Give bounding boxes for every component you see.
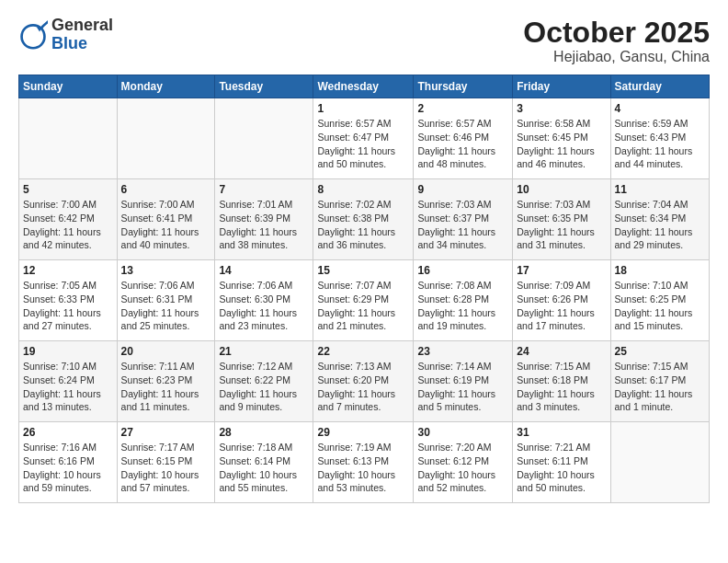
day-number: 6 — [121, 183, 211, 196]
calendar-header-row: SundayMondayTuesdayWednesdayThursdayFrid… — [19, 75, 710, 98]
calendar-week-0: 1Sunrise: 6:57 AM Sunset: 6:47 PM Daylig… — [19, 98, 710, 179]
calendar-cell: 10Sunrise: 7:03 AM Sunset: 6:35 PM Dayli… — [513, 179, 610, 260]
day-detail: Sunrise: 7:16 AM Sunset: 6:16 PM Dayligh… — [23, 441, 113, 495]
day-detail: Sunrise: 7:02 AM Sunset: 6:38 PM Dayligh… — [317, 198, 409, 252]
day-number: 19 — [23, 345, 113, 358]
calendar-week-2: 12Sunrise: 7:05 AM Sunset: 6:33 PM Dayli… — [19, 260, 710, 341]
calendar-cell: 12Sunrise: 7:05 AM Sunset: 6:33 PM Dayli… — [19, 260, 118, 341]
day-number: 12 — [23, 264, 113, 277]
logo-text: General Blue — [51, 17, 113, 53]
calendar-cell: 24Sunrise: 7:15 AM Sunset: 6:18 PM Dayli… — [513, 341, 610, 422]
day-detail: Sunrise: 7:17 AM Sunset: 6:15 PM Dayligh… — [121, 441, 211, 495]
day-detail: Sunrise: 7:04 AM Sunset: 6:34 PM Dayligh… — [615, 198, 705, 252]
calendar-cell: 20Sunrise: 7:11 AM Sunset: 6:23 PM Dayli… — [117, 341, 215, 422]
day-detail: Sunrise: 7:06 AM Sunset: 6:30 PM Dayligh… — [219, 279, 309, 333]
day-detail: Sunrise: 6:57 AM Sunset: 6:46 PM Dayligh… — [417, 117, 508, 171]
calendar-cell: 11Sunrise: 7:04 AM Sunset: 6:34 PM Dayli… — [610, 179, 709, 260]
day-detail: Sunrise: 7:00 AM Sunset: 6:42 PM Dayligh… — [23, 198, 113, 252]
day-detail: Sunrise: 7:06 AM Sunset: 6:31 PM Dayligh… — [121, 279, 211, 333]
day-number: 27 — [121, 426, 211, 439]
logo: General Blue — [18, 17, 113, 53]
day-detail: Sunrise: 7:18 AM Sunset: 6:14 PM Dayligh… — [219, 441, 309, 495]
day-detail: Sunrise: 7:13 AM Sunset: 6:20 PM Dayligh… — [317, 360, 409, 414]
day-detail: Sunrise: 6:58 AM Sunset: 6:45 PM Dayligh… — [517, 117, 606, 171]
calendar-cell: 1Sunrise: 6:57 AM Sunset: 6:47 PM Daylig… — [313, 98, 414, 179]
calendar-cell: 8Sunrise: 7:02 AM Sunset: 6:38 PM Daylig… — [313, 179, 414, 260]
calendar-table: SundayMondayTuesdayWednesdayThursdayFrid… — [18, 75, 710, 503]
day-detail: Sunrise: 7:15 AM Sunset: 6:18 PM Dayligh… — [517, 360, 606, 414]
header-sunday: Sunday — [19, 75, 118, 98]
calendar-cell: 17Sunrise: 7:09 AM Sunset: 6:26 PM Dayli… — [513, 260, 610, 341]
header-saturday: Saturday — [610, 75, 709, 98]
calendar-cell: 28Sunrise: 7:18 AM Sunset: 6:14 PM Dayli… — [215, 422, 313, 503]
calendar-cell — [215, 98, 313, 179]
day-detail: Sunrise: 7:01 AM Sunset: 6:39 PM Dayligh… — [219, 198, 309, 252]
day-detail: Sunrise: 7:07 AM Sunset: 6:29 PM Dayligh… — [317, 279, 409, 333]
day-detail: Sunrise: 7:21 AM Sunset: 6:11 PM Dayligh… — [517, 441, 606, 495]
day-number: 31 — [517, 426, 606, 439]
day-detail: Sunrise: 7:15 AM Sunset: 6:17 PM Dayligh… — [615, 360, 705, 414]
day-detail: Sunrise: 7:03 AM Sunset: 6:37 PM Dayligh… — [417, 198, 508, 252]
page: General Blue October 2025 Hejiabao, Gans… — [0, 0, 728, 563]
day-detail: Sunrise: 7:05 AM Sunset: 6:33 PM Dayligh… — [23, 279, 113, 333]
header-thursday: Thursday — [414, 75, 513, 98]
day-number: 20 — [121, 345, 211, 358]
day-number: 21 — [219, 345, 309, 358]
day-detail: Sunrise: 7:03 AM Sunset: 6:35 PM Dayligh… — [517, 198, 606, 252]
day-number: 18 — [615, 264, 705, 277]
calendar-title: October 2025 — [523, 17, 710, 49]
day-detail: Sunrise: 7:08 AM Sunset: 6:28 PM Dayligh… — [417, 279, 508, 333]
day-number: 13 — [121, 264, 211, 277]
logo-general-text: General — [51, 16, 113, 34]
logo-blue-text: Blue — [51, 34, 87, 52]
day-number: 25 — [615, 345, 705, 358]
calendar-cell: 30Sunrise: 7:20 AM Sunset: 6:12 PM Dayli… — [414, 422, 513, 503]
calendar-cell: 25Sunrise: 7:15 AM Sunset: 6:17 PM Dayli… — [610, 341, 709, 422]
day-number: 29 — [317, 426, 409, 439]
day-number: 5 — [23, 183, 113, 196]
calendar-cell — [19, 98, 118, 179]
day-detail: Sunrise: 7:12 AM Sunset: 6:22 PM Dayligh… — [219, 360, 309, 414]
header-tuesday: Tuesday — [215, 75, 313, 98]
day-detail: Sunrise: 7:09 AM Sunset: 6:26 PM Dayligh… — [517, 279, 606, 333]
calendar-cell: 18Sunrise: 7:10 AM Sunset: 6:25 PM Dayli… — [610, 260, 709, 341]
calendar-week-4: 26Sunrise: 7:16 AM Sunset: 6:16 PM Dayli… — [19, 422, 710, 503]
calendar-week-1: 5Sunrise: 7:00 AM Sunset: 6:42 PM Daylig… — [19, 179, 710, 260]
day-number: 4 — [615, 102, 705, 115]
title-block: October 2025 Hejiabao, Gansu, China — [523, 17, 710, 65]
calendar-cell: 23Sunrise: 7:14 AM Sunset: 6:19 PM Dayli… — [414, 341, 513, 422]
day-number: 2 — [417, 102, 508, 115]
day-number: 30 — [417, 426, 508, 439]
calendar-cell: 26Sunrise: 7:16 AM Sunset: 6:16 PM Dayli… — [19, 422, 118, 503]
calendar-cell: 5Sunrise: 7:00 AM Sunset: 6:42 PM Daylig… — [19, 179, 118, 260]
day-number: 17 — [517, 264, 606, 277]
calendar-cell: 2Sunrise: 6:57 AM Sunset: 6:46 PM Daylig… — [414, 98, 513, 179]
calendar-cell: 3Sunrise: 6:58 AM Sunset: 6:45 PM Daylig… — [513, 98, 610, 179]
day-detail: Sunrise: 6:59 AM Sunset: 6:43 PM Dayligh… — [615, 117, 705, 171]
day-number: 9 — [417, 183, 508, 196]
header-monday: Monday — [117, 75, 215, 98]
calendar-cell: 14Sunrise: 7:06 AM Sunset: 6:30 PM Dayli… — [215, 260, 313, 341]
day-detail: Sunrise: 6:57 AM Sunset: 6:47 PM Dayligh… — [317, 117, 409, 171]
calendar-cell: 21Sunrise: 7:12 AM Sunset: 6:22 PM Dayli… — [215, 341, 313, 422]
day-number: 15 — [317, 264, 409, 277]
logo-icon — [18, 20, 48, 50]
calendar-cell: 31Sunrise: 7:21 AM Sunset: 6:11 PM Dayli… — [513, 422, 610, 503]
day-number: 26 — [23, 426, 113, 439]
day-detail: Sunrise: 7:19 AM Sunset: 6:13 PM Dayligh… — [317, 441, 409, 495]
day-number: 3 — [517, 102, 606, 115]
calendar-cell — [117, 98, 215, 179]
calendar-cell: 19Sunrise: 7:10 AM Sunset: 6:24 PM Dayli… — [19, 341, 118, 422]
calendar-cell: 16Sunrise: 7:08 AM Sunset: 6:28 PM Dayli… — [414, 260, 513, 341]
day-number: 14 — [219, 264, 309, 277]
header: General Blue October 2025 Hejiabao, Gans… — [18, 17, 710, 65]
day-number: 23 — [417, 345, 508, 358]
calendar-week-3: 19Sunrise: 7:10 AM Sunset: 6:24 PM Dayli… — [19, 341, 710, 422]
day-detail: Sunrise: 7:20 AM Sunset: 6:12 PM Dayligh… — [417, 441, 508, 495]
calendar-cell: 29Sunrise: 7:19 AM Sunset: 6:13 PM Dayli… — [313, 422, 414, 503]
day-number: 24 — [517, 345, 606, 358]
day-detail: Sunrise: 7:00 AM Sunset: 6:41 PM Dayligh… — [121, 198, 211, 252]
header-friday: Friday — [513, 75, 610, 98]
calendar-cell: 6Sunrise: 7:00 AM Sunset: 6:41 PM Daylig… — [117, 179, 215, 260]
day-number: 11 — [615, 183, 705, 196]
